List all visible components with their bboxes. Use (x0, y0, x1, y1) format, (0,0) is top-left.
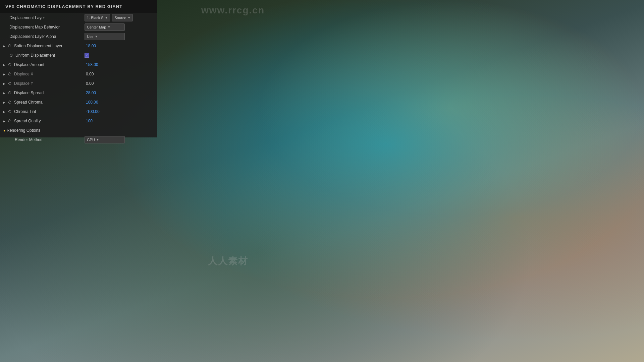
displace-y-label: ▶ ⏱ Displace Y (3, 81, 83, 86)
chroma-tint-text: Chroma Tint (14, 109, 36, 114)
displacement-map-behavior-controls: Center Map ▼ (85, 23, 125, 31)
displace-spread-text: Displace Spread (14, 90, 44, 95)
spread-chroma-text: Spread Chroma (14, 100, 43, 105)
displace-amount-value[interactable]: 158.00 (86, 62, 98, 67)
soften-displacement-layer-label: ▶ ⏱ Soften Displacement Layer (3, 44, 83, 48)
displace-x-row: ▶ ⏱ Displace X 0.00 (0, 69, 157, 79)
stopwatch-icon7[interactable]: ⏱ (8, 100, 13, 104)
expand-arrow-icon7[interactable]: ▶ (3, 110, 7, 114)
displace-y-row: ▶ ⏱ Displace Y 0.00 (0, 79, 157, 88)
chroma-tint-value[interactable]: -100.00 (86, 109, 100, 114)
displacement-layer-alpha-row: Displacement Layer Alpha Use ▼ (0, 32, 157, 41)
displacement-layer-value: 1. Black S (87, 16, 104, 20)
displacement-map-behavior-dropdown[interactable]: Center Map ▼ (85, 23, 125, 31)
expand-arrow-icon4[interactable]: ▶ (3, 82, 7, 85)
spread-quality-label: ▶ ⏱ Spread Quality (3, 119, 83, 123)
displace-spread-row: ▶ ⏱ Displace Spread 28.00 (0, 88, 157, 98)
uniform-displacement-checkbox[interactable]: ✓ (85, 53, 89, 58)
displacement-map-behavior-text: Displacement Map Behavior (9, 25, 60, 29)
displacement-layer-text: Displacement Layer (9, 15, 45, 20)
displacement-map-behavior-value: Center Map (87, 25, 106, 29)
dropdown-arrow-icon4: ▼ (95, 35, 98, 38)
render-method-row: Render Method GPU ▼ (0, 135, 157, 144)
expand-arrow-icon6[interactable]: ▶ (3, 101, 7, 104)
stopwatch-icon4[interactable]: ⏱ (8, 72, 13, 76)
soften-displacement-layer-text: Soften Displacement Layer (14, 44, 62, 48)
spread-quality-value[interactable]: 100 (86, 119, 93, 123)
render-method-dropdown[interactable]: GPU ▼ (85, 136, 125, 143)
displacement-layer-alpha-value: Use (87, 35, 94, 39)
panel-title-bar: VFX CHROMATIC DISPLACEMENT BY RED GIANT (0, 0, 157, 13)
spread-quality-text: Spread Quality (14, 119, 41, 123)
displacement-layer-alpha-controls: Use ▼ (85, 33, 125, 40)
displace-y-value[interactable]: 0.00 (86, 81, 94, 86)
soften-displacement-layer-value[interactable]: 18.00 (86, 44, 96, 48)
displacement-layer-dropdown[interactable]: 1. Black S ▼ (85, 14, 110, 21)
displacement-source-value: Source (114, 16, 126, 20)
uniform-displacement-label: ⏱ Uniform Displacement (3, 53, 83, 58)
displacement-layer-row: Displacement Layer 1. Black S ▼ Source ▼ (0, 13, 157, 22)
displacement-layer-alpha-dropdown[interactable]: Use ▼ (85, 33, 125, 40)
spread-chroma-value[interactable]: 100.00 (86, 100, 98, 105)
displace-x-label: ▶ ⏱ Displace X (3, 72, 83, 76)
displace-y-text: Displace Y (14, 81, 33, 86)
soften-displacement-layer-row: ▶ ⏱ Soften Displacement Layer 18.00 (0, 41, 157, 51)
render-method-text: Render Method (15, 137, 43, 142)
rendering-options-label: Rendering Options (7, 128, 40, 133)
displacement-layer-alpha-text: Displacement Layer Alpha (9, 34, 56, 39)
render-method-label: Render Method (3, 137, 83, 142)
dropdown-arrow-icon: ▼ (105, 16, 108, 19)
displace-x-value[interactable]: 0.00 (86, 72, 94, 76)
expand-arrow-icon8[interactable]: ▶ (3, 119, 7, 123)
stopwatch-icon[interactable]: ⏱ (8, 44, 13, 48)
expand-arrow-icon5[interactable]: ▶ (3, 91, 7, 95)
uniform-displacement-text: Uniform Displacement (15, 53, 55, 58)
expand-arrow-icon[interactable]: ▶ (3, 44, 7, 48)
displacement-map-behavior-row: Displacement Map Behavior Center Map ▼ (0, 22, 157, 32)
panel-title: VFX CHROMATIC DISPLACEMENT BY RED GIANT (5, 4, 122, 9)
stopwatch-icon3[interactable]: ⏱ (8, 63, 13, 67)
displacement-layer-label: Displacement Layer (3, 15, 83, 20)
displacement-source-dropdown[interactable]: Source ▼ (112, 14, 133, 21)
rendering-options-expand-icon[interactable]: ▼ (3, 129, 7, 132)
chroma-tint-row: ▶ ⏱ Chroma Tint -100.00 (0, 107, 157, 116)
dropdown-arrow-icon5: ▼ (96, 138, 99, 141)
expand-arrow-icon3[interactable]: ▶ (3, 72, 7, 76)
stopwatch-icon9[interactable]: ⏱ (8, 119, 13, 123)
render-method-controls: GPU ▼ (85, 136, 125, 143)
displace-spread-label: ▶ ⏱ Displace Spread (3, 90, 83, 95)
displace-amount-label: ▶ ⏱ Displace Amount (3, 62, 83, 67)
rendering-options-section: ▼ Rendering Options (0, 126, 157, 135)
uniform-displacement-row: ⏱ Uniform Displacement ✓ (0, 51, 157, 60)
spread-chroma-row: ▶ ⏱ Spread Chroma 100.00 (0, 98, 157, 107)
dropdown-arrow-icon2: ▼ (127, 16, 130, 19)
displace-x-text: Displace X (14, 72, 33, 76)
spread-quality-row: ▶ ⏱ Spread Quality 100 (0, 116, 157, 126)
effects-panel: VFX CHROMATIC DISPLACEMENT BY RED GIANT … (0, 0, 157, 137)
displace-spread-value[interactable]: 28.00 (86, 90, 96, 95)
stopwatch-icon5[interactable]: ⏱ (8, 81, 13, 85)
dropdown-arrow-icon3: ▼ (107, 25, 110, 29)
displace-amount-text: Displace Amount (14, 62, 44, 67)
chroma-tint-label: ▶ ⏱ Chroma Tint (3, 109, 83, 114)
spread-chroma-label: ▶ ⏱ Spread Chroma (3, 100, 83, 105)
displace-amount-row: ▶ ⏱ Displace Amount 158.00 (0, 60, 157, 69)
stopwatch-icon8[interactable]: ⏱ (8, 110, 13, 114)
stopwatch-icon2[interactable]: ⏱ (9, 53, 14, 57)
expand-arrow-icon2[interactable]: ▶ (3, 63, 7, 67)
displacement-map-behavior-label: Displacement Map Behavior (3, 25, 83, 29)
stopwatch-icon6[interactable]: ⏱ (8, 91, 13, 95)
displacement-layer-alpha-label: Displacement Layer Alpha (3, 34, 83, 39)
render-method-value: GPU (87, 138, 95, 142)
displacement-layer-controls: 1. Black S ▼ Source ▼ (85, 14, 133, 21)
